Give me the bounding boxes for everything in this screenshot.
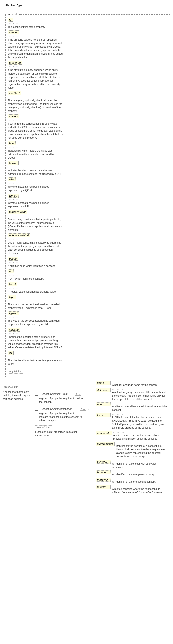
attr-pubconstraint-dots: · · · · · · · · ·: [8, 214, 168, 217]
connector-line-right: [46, 389, 51, 389]
attr-why-dots: · · · · · · · · ·: [8, 182, 168, 185]
attr-whyuri-name: whyuri: [8, 194, 19, 198]
concept-rel-multiplicity: 0..∞: [80, 408, 86, 411]
right-hierinfo-desc: Represents the position of a concept in …: [116, 444, 170, 458]
right-broader-desc: An identifier of a more generic concept.: [112, 473, 156, 476]
right-note-label: note: [96, 402, 111, 406]
attr-custom-name: custom: [8, 114, 19, 118]
attr-why: why · · · · · · · · · Why the metadata h…: [8, 177, 168, 192]
concept-rel-expand[interactable]: −: [35, 408, 38, 411]
world-region-column: worldRegion A concept or name only defin…: [3, 385, 33, 496]
right-note-dots: · · · · · · · · ·: [112, 402, 167, 405]
right-item-name: name · · · · · · · · · A natural languag…: [96, 381, 170, 387]
right-broader-label: broader: [96, 470, 111, 474]
attr-id-name: id: [8, 18, 13, 22]
right-item-broader: broader · · · · · · · · · An identifier …: [96, 470, 170, 476]
right-sameas-label: sameAs: [96, 460, 111, 464]
right-name-dots: · · · · · · · · ·: [112, 381, 158, 383]
right-narrower-label: narrower: [96, 478, 111, 482]
right-remoteinfo-label: remoteInfo: [96, 431, 112, 435]
attr-whyuri-desc: Why the metadata has been included - exp…: [8, 201, 63, 208]
attr-pubconstraint: pubconstraint · · · · · · · · · One or m…: [8, 210, 168, 232]
concept-rel-box: ConceptRelationshipsGroup: [39, 407, 74, 411]
right-item-related: related · · · · · · · · · A related conc…: [96, 485, 170, 494]
type-title-text: FlexPropType: [5, 4, 22, 7]
attr-custom-desc: If set to true the corresponding propert…: [8, 122, 63, 140]
concept-def-expand[interactable]: −: [35, 393, 38, 396]
attr-modified-name: modified: [8, 91, 21, 95]
left-connector-row: —: [35, 387, 91, 390]
right-item-sameas: sameAs · · · · · · · · · An identifier o…: [96, 460, 170, 469]
any-other-bottom-box: any ##other: [35, 425, 52, 430]
right-name-info: · · · · · · · · · A natural language nam…: [112, 381, 158, 387]
attr-type-dots: · · · · · · · · ·: [8, 300, 168, 302]
bottom-section: worldRegion A concept or name only defin…: [3, 380, 170, 496]
right-broader-dots: · · · · · · · · ·: [112, 470, 156, 473]
concept-rel-desc: A group of properties required to indica…: [39, 412, 84, 422]
attr-pubconstrainturi: pubconstrainturi · · · · · · · · · One o…: [8, 233, 168, 255]
attr-xmllang-name: xmllang: [8, 328, 20, 332]
attr-dir-dots: · · · · · · · · ·: [8, 355, 168, 358]
right-name-label: name: [96, 381, 111, 385]
right-item-note: note · · · · · · · · · Additional natura…: [96, 402, 170, 412]
right-narrower-info: · · · · · · · · · An identifier of a mor…: [112, 478, 156, 484]
right-def-label: definition: [96, 388, 111, 392]
attr-why-name: why: [8, 177, 16, 181]
attr-id: id · · · · · · · · · The local identifie…: [8, 18, 168, 29]
right-item-facet: facet · · · · · · · · · In NAR 1.8 and l…: [96, 413, 170, 430]
attr-howuri-name: howuri: [8, 161, 19, 165]
attr-howuri: howuri · · · · · · · · · Indicates by wh…: [8, 161, 168, 176]
right-hierinfo-label: hierarchyInfo: [96, 442, 115, 446]
attr-typeuri: typeuri · · · · · · · · · The type of th…: [8, 311, 168, 326]
attr-modified: modified · · · · · · · · · The date (and…: [8, 91, 168, 113]
right-item-hierarchyinfo: hierarchyInfo · · · · · · · · · Represen…: [96, 442, 170, 458]
attr-dir: dir · · · · · · · · · The directionality…: [8, 351, 168, 366]
right-related-label: related: [96, 485, 111, 489]
attr-typeuri-dots: · · · · · · · · ·: [8, 316, 168, 319]
attr-creatoruri: creatoruri · · · · · · · · · If the attr…: [8, 61, 168, 90]
page: FlexPropType − attributes id · · · · · ·…: [0, 0, 173, 644]
right-def-dots: · · · · · · · · ·: [112, 388, 167, 391]
right-related-dots: · · · · · · · · ·: [112, 485, 167, 487]
attr-pubconstrainturi-desc: One of many constraints that apply to pu…: [8, 241, 63, 255]
right-note-info: · · · · · · · · · Additional natural lan…: [112, 402, 167, 412]
right-hierinfo-info: · · · · · · · · · Represents the positio…: [116, 442, 170, 458]
attr-xmllang-dots: · · · · · · · · ·: [8, 332, 168, 335]
attr-uri: uri · · · · · · · · · A URI which identi…: [8, 269, 168, 281]
concept-def-arrow: →: [82, 393, 85, 396]
concept-rel-arrow: →: [87, 408, 90, 411]
attr-pubconstraint-desc: One or many constraints that apply to pu…: [8, 218, 63, 232]
attr-how-dots: · · · · · · · · ·: [8, 146, 168, 149]
attr-why-desc: Why the metadata has been included - exp…: [8, 185, 63, 192]
dash-connector: —: [41, 387, 45, 390]
right-def-info: · · · · · · · · · A natural language def…: [112, 388, 167, 401]
right-remoteinfo-info: · · · · · · · · · A link to an item or a…: [113, 431, 169, 441]
attr-id-desc: The local identifier of the property.: [8, 25, 63, 29]
right-sameas-dots: · · · · · · · · ·: [112, 460, 167, 462]
right-item-remoteinfo: remoteInfo · · · · · · · · · A link to a…: [96, 431, 170, 441]
right-note-desc: Additional natural language information …: [112, 405, 167, 412]
attr-typeuri-name: typeuri: [8, 311, 19, 315]
right-related-desc: A related concept, where the relationshi…: [112, 487, 167, 494]
attr-id-dots: · · · · · · · · ·: [8, 22, 168, 25]
concept-def-box: ConceptDefinitionGroup: [39, 392, 69, 396]
attr-creator-dots: · · · · · · · · ·: [8, 35, 168, 38]
attr-howuri-desc: Indicates by which means the value was e…: [8, 169, 63, 176]
attr-literal-dots: · · · · · · · · ·: [8, 287, 168, 290]
concept-groups-column: — − ConceptDefinitionGroup ··· 0..∞ → A …: [35, 380, 91, 496]
collapse-icon[interactable]: −: [6, 12, 8, 16]
attr-creatoruri-desc: If the attribute is empty, specifies whi…: [8, 68, 63, 90]
attr-creatoruri-name: creatoruri: [8, 61, 22, 65]
right-facet-desc: In NAR 1.8 and later, facet is deprecate…: [112, 416, 167, 430]
attr-modified-dots: · · · · · · · · ·: [8, 96, 168, 98]
attr-creator-desc: If the property value is not defined, sp…: [8, 38, 63, 59]
attr-dir-desc: The directionality of textual content (e…: [8, 359, 63, 366]
world-region-label: worldRegion: [4, 386, 18, 388]
attr-qcode-desc: A qualified code which identifies a conc…: [8, 264, 63, 268]
attr-how-desc: Indicates by which means the value was e…: [8, 149, 63, 160]
world-region-desc: A concept or name only defining the worl…: [3, 390, 30, 401]
concept-relationships-group-wrapper: − ConceptRelationshipsGroup ··· 0..∞ → A…: [35, 407, 91, 422]
attr-whyuri: whyuri · · · · · · · · · Why the metadat…: [8, 194, 168, 208]
attr-modified-desc: The date (and, optionally, the time) whe…: [8, 99, 63, 113]
attr-type: type · · · · · · · · · The type of the c…: [8, 295, 168, 310]
